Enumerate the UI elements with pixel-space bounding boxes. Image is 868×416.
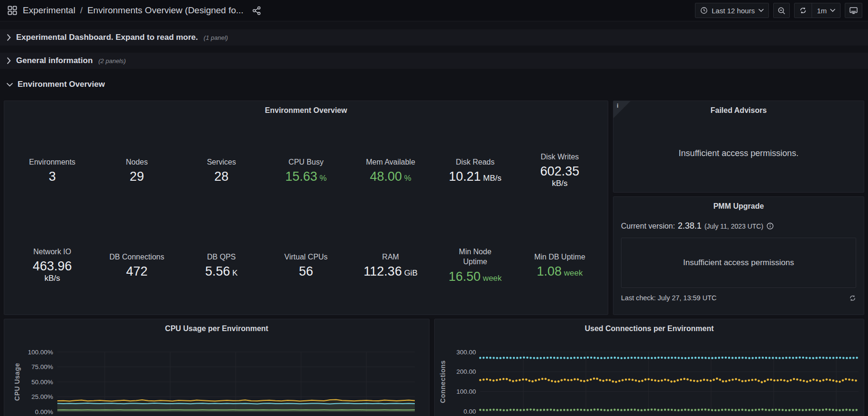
cpu-usage-per-environment-plot[interactable]: 0.00%25.00%50.00%75.00%100.00%CPU Usage: [4, 336, 429, 416]
stat-value: 15.63 %: [285, 169, 327, 184]
version-label: Current version:: [621, 222, 675, 231]
stat-label: Services: [207, 157, 236, 167]
clock-icon: [700, 7, 708, 14]
used-connections-per-environment-plot[interactable]: 0.00100.00200.00300.00Connections: [435, 336, 864, 416]
panel-title[interactable]: CPU Usage per Environment: [4, 319, 429, 333]
stat-value: 472: [126, 264, 147, 278]
version-date: (July 11, 2023 UTC): [704, 222, 763, 230]
row-title: General information: [16, 56, 93, 65]
panel-title[interactable]: Used Connections per Environment: [435, 319, 864, 333]
stat-services: Services28: [179, 142, 264, 199]
time-range-label: Last 12 hours: [712, 7, 755, 15]
stat-mem-available: Mem Available48.00 %: [348, 142, 433, 199]
stat-value: 463.96kB/s: [33, 259, 72, 284]
pmm-current-version: Current version: 2.38.1 (July 11, 2023 U…: [621, 221, 856, 231]
stat-cpu-busy: CPU Busy15.63 %: [264, 142, 348, 199]
stat-value: 602.35kB/s: [540, 164, 579, 189]
stat-value: 1.08 week: [537, 264, 583, 278]
time-range-picker[interactable]: Last 12 hours: [695, 3, 769, 18]
share-alt-icon[interactable]: [250, 4, 264, 17]
zoom-out-icon: [777, 7, 786, 15]
chevron-down-icon: [7, 83, 13, 87]
stat-label: Network IO: [33, 247, 71, 257]
panel-title[interactable]: Environment Overview: [4, 101, 608, 115]
stat-min-db-uptime: Min DB Uptime1.08 week: [518, 237, 602, 294]
row-panel-count: (1 panel): [204, 34, 228, 41]
stat-ram: RAM112.36 GiB: [348, 237, 433, 294]
chevron-down-icon: [758, 9, 764, 12]
series-points-yellow-env: [480, 378, 859, 382]
refresh-picker: 1m: [794, 3, 841, 18]
stat-label: Mem Available: [366, 157, 415, 167]
pmm-upgrade-footer: Last check: July 27, 13:59 UTC: [621, 294, 856, 302]
row-title: Experimental Dashboard. Expand to read m…: [16, 33, 198, 42]
stat-value: 3: [49, 169, 56, 184]
pmm-upgrade-panel: PMM Upgrade Current version: 2.38.1 (Jul…: [613, 196, 864, 315]
stat-min-node-uptime: Min Node Uptime16.50 week: [433, 237, 517, 294]
grafana-dashboard: { "navbar": { "breadcrumb_root": "Experi…: [0, 0, 868, 416]
zoom-out-button[interactable]: [773, 3, 790, 18]
y-axis-tick-label: 200.00: [457, 368, 476, 375]
stat-db-connections: DB Connections472: [94, 237, 179, 294]
info-circle-icon[interactable]: [766, 222, 774, 230]
kiosk-mode-button[interactable]: [845, 3, 862, 18]
stat-network-io: Network IO463.96kB/s: [10, 237, 94, 294]
failed-advisors-panel: i Failed Advisors Insufficient access pe…: [613, 101, 864, 193]
panel-info-corner-icon[interactable]: i: [613, 101, 630, 118]
breadcrumb: Experimental / Environments Overview (De…: [23, 5, 244, 16]
stat-virtual-cpus: Virtual CPUs56: [264, 237, 348, 294]
sync-icon[interactable]: [849, 295, 856, 302]
stat-value: 56: [299, 264, 313, 278]
refresh-icon: [799, 7, 807, 14]
cpu-usage-per-environment-panel: CPU Usage per Environment 0.00%25.00%50.…: [4, 319, 429, 416]
stat-label: DB Connections: [110, 252, 164, 262]
breadcrumb-dashboard-title[interactable]: Environments Overview (Designed fo...: [87, 5, 243, 16]
breadcrumb-folder[interactable]: Experimental: [23, 5, 75, 16]
stat-environments: Environments3: [10, 142, 94, 199]
stat-label: Disk Reads: [456, 157, 494, 167]
y-axis-tick-label: 75.00%: [31, 363, 53, 370]
panel-title[interactable]: PMM Upgrade: [621, 197, 856, 211]
last-check-label: Last check: July 27, 13:59 UTC: [621, 294, 717, 302]
navbar: Experimental / Environments Overview (De…: [0, 0, 868, 21]
stat-label: Environments: [29, 157, 75, 167]
y-axis-label: CPU Usage: [13, 363, 21, 401]
y-axis-label: Connections: [439, 360, 447, 403]
stat-label: Nodes: [126, 157, 148, 167]
version-number: 2.38.1: [678, 221, 702, 231]
stat-db-qps: DB QPS5.56 K: [179, 237, 264, 294]
panel-title[interactable]: Failed Advisors: [613, 101, 864, 115]
stat-label: Min DB Uptime: [534, 252, 585, 262]
row-panel-count: (2 panels): [99, 57, 126, 65]
used-connections-per-environment-panel: Used Connections per Environment 0.00100…: [434, 319, 864, 416]
refresh-interval-dropdown[interactable]: 1m: [812, 3, 840, 18]
y-axis-tick-label: 100.00%: [28, 349, 53, 356]
stat-value: 28: [214, 169, 228, 184]
dashboard-toolbar: Last 12 hours 1m: [695, 3, 862, 18]
stat-value: 29: [130, 169, 144, 184]
chevron-right-icon: [7, 57, 11, 64]
pmm-upgrade-message-box: Insufficient access permissions: [621, 238, 856, 288]
stat-disk-reads: Disk Reads10.21 MB/s: [433, 142, 517, 199]
y-axis-tick-label: 0.00%: [35, 408, 53, 416]
stat-value: 16.50 week: [448, 269, 502, 284]
stat-label: Min Node Uptime: [459, 247, 491, 267]
row-title: Environment Overview: [18, 80, 105, 89]
apps-grid-icon[interactable]: [6, 4, 19, 17]
stat-value: 112.36 GiB: [364, 264, 418, 278]
row-environment-overview[interactable]: Environment Overview: [7, 78, 105, 91]
stat-value: 10.21 MB/s: [449, 169, 502, 184]
y-axis-tick-label: 300.00: [457, 349, 476, 356]
stat-disk-writes: Disk Writes602.35kB/s: [518, 142, 602, 199]
series-line-yellow-env: [57, 399, 415, 401]
row-general-information[interactable]: General information (2 panels): [0, 53, 868, 69]
stat-nodes: Nodes29: [94, 142, 179, 199]
stat-value: 48.00 %: [370, 169, 411, 184]
stat-label: DB QPS: [207, 252, 236, 262]
refresh-button[interactable]: [795, 3, 812, 18]
y-axis-tick-label: 0.00: [464, 408, 476, 415]
y-axis-tick-label: 100.00: [457, 388, 476, 395]
monitor-kiosk-icon: [849, 6, 858, 15]
row-experimental-dashboard[interactable]: Experimental Dashboard. Expand to read m…: [0, 29, 868, 46]
series-points-green-env: [480, 409, 859, 410]
